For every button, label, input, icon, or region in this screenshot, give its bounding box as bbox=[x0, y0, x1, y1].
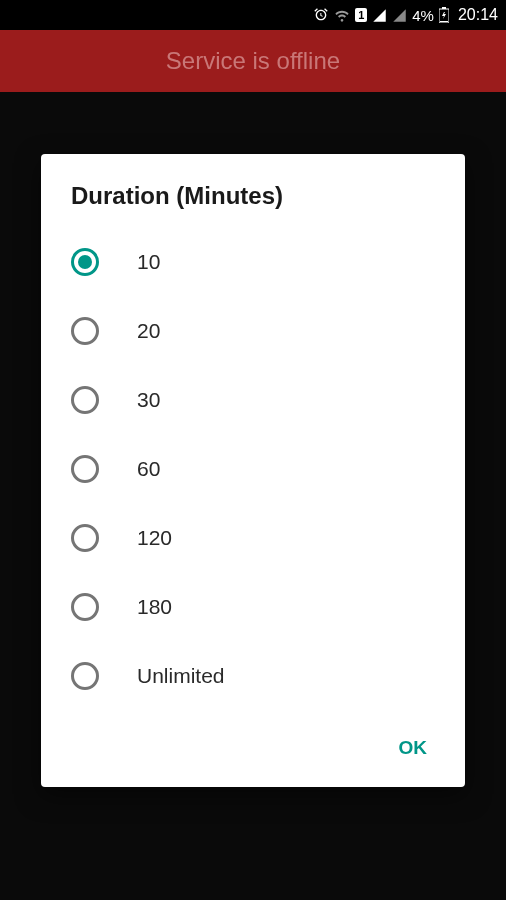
radio-label: 60 bbox=[137, 457, 160, 481]
radio-option-10[interactable]: 10 bbox=[41, 228, 465, 297]
radio-option-30[interactable]: 30 bbox=[41, 366, 465, 435]
radio-button[interactable] bbox=[71, 317, 99, 345]
radio-label: Unlimited bbox=[137, 664, 225, 688]
radio-list: 10 20 30 60 120 180 bbox=[41, 228, 465, 711]
dialog-overlay: Duration (Minutes) 10 20 30 60 120 bbox=[0, 0, 506, 900]
dialog-title: Duration (Minutes) bbox=[41, 182, 465, 228]
radio-button[interactable] bbox=[71, 593, 99, 621]
radio-button[interactable] bbox=[71, 386, 99, 414]
radio-option-20[interactable]: 20 bbox=[41, 297, 465, 366]
duration-dialog: Duration (Minutes) 10 20 30 60 120 bbox=[41, 154, 465, 787]
radio-button[interactable] bbox=[71, 248, 99, 276]
ok-button[interactable]: OK bbox=[387, 729, 440, 767]
radio-label: 10 bbox=[137, 250, 160, 274]
radio-label: 180 bbox=[137, 595, 172, 619]
radio-option-180[interactable]: 180 bbox=[41, 573, 465, 642]
radio-option-unlimited[interactable]: Unlimited bbox=[41, 642, 465, 711]
radio-button[interactable] bbox=[71, 524, 99, 552]
radio-label: 20 bbox=[137, 319, 160, 343]
dialog-actions: OK bbox=[41, 711, 465, 773]
radio-label: 120 bbox=[137, 526, 172, 550]
radio-button[interactable] bbox=[71, 455, 99, 483]
radio-option-120[interactable]: 120 bbox=[41, 504, 465, 573]
radio-option-60[interactable]: 60 bbox=[41, 435, 465, 504]
radio-label: 30 bbox=[137, 388, 160, 412]
radio-button[interactable] bbox=[71, 662, 99, 690]
